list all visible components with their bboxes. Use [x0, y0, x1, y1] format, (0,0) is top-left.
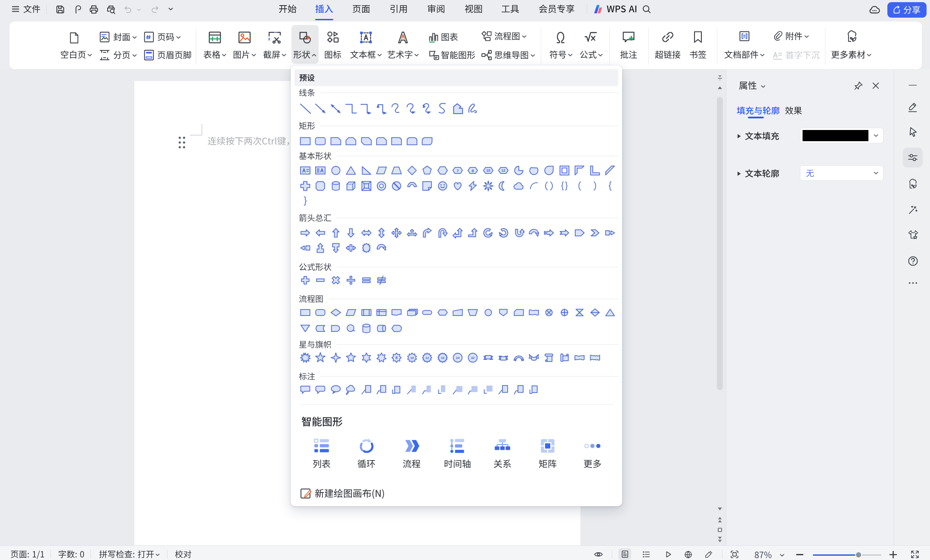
svg-text:12: 12	[425, 356, 429, 360]
svg-text:8: 8	[396, 356, 398, 360]
svg-text:16: 16	[440, 356, 444, 360]
svg-text:8: 8	[472, 168, 474, 173]
svg-text:24: 24	[456, 356, 460, 360]
svg-text:7: 7	[456, 168, 459, 173]
svg-text:10: 10	[486, 168, 490, 173]
svg-text:32: 32	[471, 356, 475, 360]
svg-text:10: 10	[410, 356, 414, 360]
svg-text:12: 12	[501, 168, 505, 173]
